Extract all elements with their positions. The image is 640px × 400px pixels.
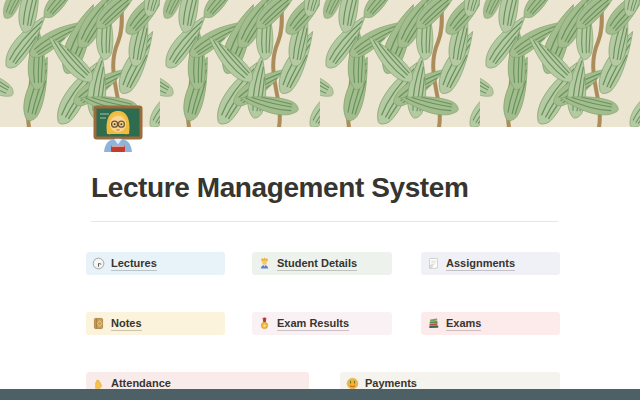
page-icon[interactable] [92, 100, 144, 152]
page-curl-icon [427, 257, 440, 270]
link-card-assignments[interactable]: Assignments [421, 252, 560, 275]
card-label: Student Details [277, 256, 357, 271]
card-label: Lectures [111, 256, 157, 271]
notion-page: Lecture Management System Lectures Stude… [0, 0, 640, 400]
card-label: Exams [446, 316, 481, 331]
link-card-exams[interactable]: Exams [421, 312, 560, 335]
clock-icon [92, 257, 105, 270]
card-label: Assignments [446, 256, 515, 271]
divider [91, 221, 558, 222]
link-card-student-details[interactable]: Student Details [252, 252, 392, 275]
student-prince-icon [258, 257, 271, 270]
card-label: Exam Results [277, 316, 349, 331]
bottom-window-edge [0, 389, 640, 400]
link-card-lectures[interactable]: Lectures [86, 252, 225, 275]
link-card-notes[interactable]: Notes [86, 312, 225, 335]
link-card-exam-results[interactable]: Exam Results [252, 312, 392, 335]
notebook-icon [92, 317, 105, 330]
page-title[interactable]: Lecture Management System [91, 171, 468, 205]
books-icon [427, 317, 440, 330]
card-label: Notes [111, 316, 142, 331]
medal-icon [258, 317, 271, 330]
woman-teacher-icon [92, 100, 144, 152]
